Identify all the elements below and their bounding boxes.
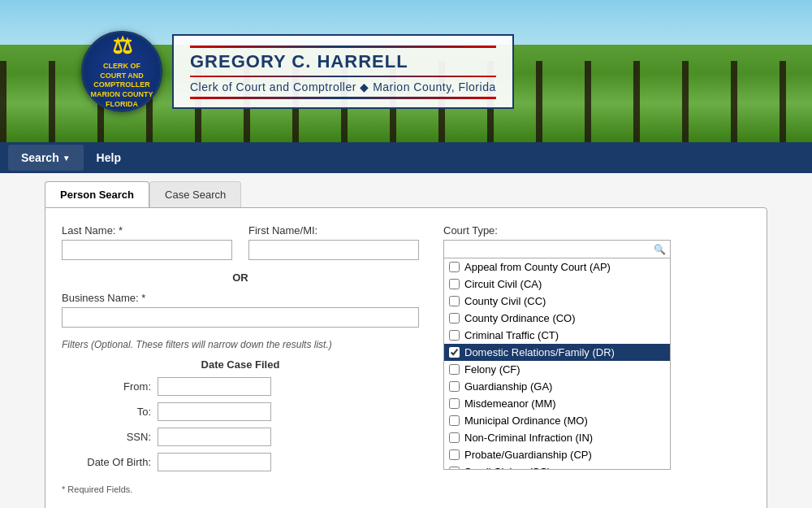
court-list-item-label: Small Claims (SC)	[464, 466, 551, 470]
header-subtitle: Clerk of Court and Comptroller ◆ Marion …	[190, 80, 496, 93]
dob-input[interactable]	[158, 453, 271, 471]
form-left: Last Name: * First Name/MI: OR Business …	[62, 224, 419, 494]
first-name-input[interactable]	[248, 240, 419, 260]
court-list-item[interactable]: Small Claims (SC)	[444, 463, 670, 470]
name-row: Last Name: * First Name/MI:	[62, 224, 419, 260]
header-logo-area: CLERK OFCOURT ANDCOMPTROLLERMARION COUNT…	[0, 0, 812, 142]
nav-help[interactable]: Help	[84, 145, 134, 171]
business-name-input[interactable]	[62, 307, 419, 328]
court-list-item-label: Criminal Traffic (CT)	[464, 329, 559, 341]
court-list-item-label: Appeal from County Court (AP)	[464, 261, 611, 273]
court-list-checkbox[interactable]	[449, 347, 460, 358]
ssn-row: SSN:	[62, 428, 419, 446]
court-list-item[interactable]: Criminal Traffic (CT)	[444, 327, 670, 344]
court-type-section: Court Type: 🔍 Appeal from County Court (…	[443, 224, 671, 470]
court-list-item-label: Guardianship (GA)	[464, 380, 552, 393]
tab-case-search[interactable]: Case Search	[149, 181, 241, 207]
last-name-input[interactable]	[62, 240, 232, 260]
dob-label: Date Of Birth:	[62, 456, 151, 468]
tab-content: Last Name: * First Name/MI: OR Business …	[45, 207, 767, 508]
business-name-group: Business Name: *	[62, 292, 419, 328]
court-list-checkbox[interactable]	[449, 364, 460, 375]
court-list-checkbox[interactable]	[449, 330, 460, 341]
court-list-checkbox[interactable]	[449, 415, 460, 426]
to-row: To:	[62, 402, 419, 421]
court-list-item-label: Circuit Civil (CA)	[464, 278, 542, 290]
required-note: * Required Fields.	[62, 484, 419, 494]
navbar: Search ▼ Help	[0, 142, 812, 173]
header-title: GREGORY C. HARRELL	[190, 51, 496, 72]
court-list-item[interactable]: Domestic Relations/Family (DR)	[444, 344, 670, 361]
court-list-item-label: Non-Criminal Infraction (IN)	[464, 432, 593, 444]
court-list-checkbox[interactable]	[449, 296, 460, 306]
court-list-item[interactable]: County Ordinance (CO)	[444, 310, 670, 327]
first-name-label: First Name/MI:	[248, 224, 419, 237]
first-name-group: First Name/MI:	[248, 224, 419, 260]
court-list-checkbox[interactable]	[449, 432, 460, 443]
court-list-checkbox[interactable]	[449, 279, 460, 289]
court-list-item[interactable]: Municipal Ordinance (MO)	[444, 412, 670, 429]
court-type-label: Court Type:	[443, 224, 671, 237]
court-list-checkbox[interactable]	[449, 313, 460, 323]
court-search-wrapper: 🔍	[443, 240, 671, 258]
court-list-item[interactable]: Circuit Civil (CA)	[444, 276, 670, 293]
court-list-item[interactable]: Appeal from County Court (AP)	[444, 258, 670, 276]
main-content: Person Search Case Search Last Name: * F…	[0, 173, 812, 508]
court-search-icon: 🔍	[654, 244, 666, 255]
court-list-item[interactable]: Guardianship (GA)	[444, 378, 670, 395]
court-list-checkbox[interactable]	[449, 449, 460, 460]
court-list-checkbox[interactable]	[449, 467, 460, 470]
nav-search-arrow: ▼	[63, 154, 71, 163]
court-list-item[interactable]: County Civil (CC)	[444, 293, 670, 310]
court-type-list: Appeal from County Court (AP)Circuit Civ…	[443, 258, 671, 470]
court-list-item[interactable]: Misdemeanor (MM)	[444, 395, 670, 412]
from-row: From:	[62, 377, 419, 396]
court-list-checkbox[interactable]	[449, 398, 460, 409]
business-name-label: Business Name: *	[62, 292, 419, 304]
or-separator: OR	[62, 271, 419, 284]
nav-search-label: Search	[21, 151, 59, 164]
tab-person-search[interactable]: Person Search	[45, 181, 149, 207]
header-logo: CLERK OFCOURT ANDCOMPTROLLERMARION COUNT…	[81, 31, 162, 112]
court-list-item-label: Probate/Guardianship (CP)	[464, 449, 592, 461]
filters-label: Filters (Optional. These filters will na…	[62, 339, 419, 350]
last-name-label: Last Name: *	[62, 224, 232, 237]
court-list-item[interactable]: Non-Criminal Infraction (IN)	[444, 429, 670, 446]
to-label: To:	[62, 406, 151, 418]
header: CLERK OFCOURT ANDCOMPTROLLERMARION COUNT…	[0, 0, 812, 142]
court-list-item-label: Misdemeanor (MM)	[464, 397, 556, 410]
from-input[interactable]	[158, 377, 271, 396]
date-section-title: Date Case Filed	[62, 358, 419, 371]
from-label: From:	[62, 380, 151, 393]
court-search-input[interactable]	[443, 240, 671, 258]
court-list-checkbox[interactable]	[449, 381, 460, 392]
date-section: Date Case Filed From: To: SSN: Date	[62, 358, 419, 471]
court-list-item-label: Felony (CF)	[464, 363, 520, 376]
nav-search[interactable]: Search ▼	[8, 145, 84, 171]
dob-row: Date Of Birth:	[62, 453, 419, 471]
last-name-group: Last Name: *	[62, 224, 232, 260]
tabs: Person Search Case Search	[45, 181, 767, 207]
court-list-item-label: Municipal Ordinance (MO)	[464, 415, 588, 427]
court-list-item[interactable]: Probate/Guardianship (CP)	[444, 446, 670, 463]
court-list-item-label: Domestic Relations/Family (DR)	[464, 346, 615, 358]
nav-help-label: Help	[97, 151, 121, 164]
court-list-item[interactable]: Felony (CF)	[444, 361, 670, 378]
court-list-checkbox[interactable]	[449, 262, 460, 272]
ssn-input[interactable]	[158, 428, 271, 446]
to-input[interactable]	[158, 402, 271, 421]
ssn-label: SSN:	[62, 431, 151, 443]
court-list-item-label: County Civil (CC)	[464, 295, 546, 307]
header-title-box: GREGORY C. HARRELL Clerk of Court and Co…	[172, 34, 514, 109]
court-list-item-label: County Ordinance (CO)	[464, 312, 576, 324]
